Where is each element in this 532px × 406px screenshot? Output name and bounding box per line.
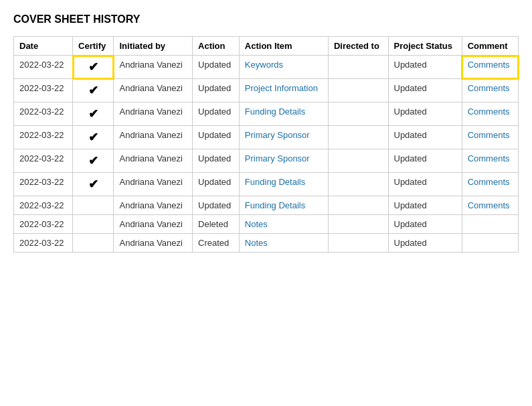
cell-directed-to [328,149,388,173]
cell-comment [462,234,518,253]
col-header-date: Date [14,37,73,56]
cell-project-status: Updated [388,149,462,173]
cell-action: Created [193,234,240,253]
cell-initiated-by: Andriana Vanezi [114,173,193,196]
cell-certify [73,196,114,215]
cell-date: 2022-03-22 [14,173,73,196]
cell-comment[interactable]: Comments [462,103,518,126]
cell-action: Updated [193,196,240,215]
cell-initiated-by: Andriana Vanezi [114,56,193,79]
cell-initiated-by: Andriana Vanezi [114,234,193,253]
checkmark-icon: ✔ [88,178,98,191]
action-item-link[interactable]: Funding Details [245,200,305,210]
table-header-row: Date Certify Initiated by Action Action … [14,37,519,56]
cell-certify [73,234,114,253]
cell-project-status: Updated [388,196,462,215]
checkmark-icon: ✔ [88,84,98,97]
cell-comment[interactable]: Comments [462,79,518,103]
cell-comment[interactable]: Comments [462,173,518,196]
action-item-link[interactable]: Primary Sponsor [245,130,310,140]
cell-directed-to [328,196,388,215]
cell-action-item[interactable]: Notes [239,234,328,253]
comment-link[interactable]: Comments [468,153,510,163]
cell-action: Updated [193,79,240,103]
cell-certify [73,215,114,234]
action-item-link[interactable]: Project Information [245,83,318,93]
cell-directed-to [328,234,388,253]
comment-link[interactable]: Comments [468,60,510,70]
table-row: 2022-03-22✔Andriana VaneziUpdatedFunding… [14,173,519,196]
table-row: 2022-03-22✔Andriana VaneziUpdatedFunding… [14,103,519,126]
cell-initiated-by: Andriana Vanezi [114,126,193,149]
cell-action-item[interactable]: Notes [239,215,328,234]
col-header-action: Action [193,37,240,56]
comment-link[interactable]: Comments [468,130,510,140]
cell-date: 2022-03-22 [14,103,73,126]
checkmark-icon: ✔ [88,154,98,167]
action-item-link[interactable]: Notes [245,219,268,229]
page-title: COVER SHEET HISTORY [13,13,519,25]
cell-comment[interactable]: Comments [462,56,518,79]
cell-action-item[interactable]: Project Information [239,79,328,103]
table-row: 2022-03-22✔Andriana VaneziUpdatedPrimary… [14,126,519,149]
cell-date: 2022-03-22 [14,149,73,173]
cell-comment[interactable]: Comments [462,126,518,149]
cell-action-item[interactable]: Primary Sponsor [239,126,328,149]
cell-project-status: Updated [388,234,462,253]
cell-certify: ✔ [73,149,114,173]
action-item-link[interactable]: Funding Details [245,107,305,117]
col-header-action-item: Action Item [239,37,328,56]
cell-initiated-by: Andriana Vanezi [114,196,193,215]
cell-directed-to [328,215,388,234]
cell-initiated-by: Andriana Vanezi [114,79,193,103]
cell-directed-to [328,173,388,196]
cell-certify: ✔ [73,126,114,149]
table-row: 2022-03-22Andriana VaneziDeletedNotesUpd… [14,215,519,234]
cell-date: 2022-03-22 [14,56,73,79]
cell-action-item[interactable]: Keywords [239,56,328,79]
cell-directed-to [328,79,388,103]
comment-link[interactable]: Comments [468,83,510,93]
checkmark-icon: ✔ [88,131,98,144]
checkmark-icon: ✔ [88,60,98,74]
cell-directed-to [328,103,388,126]
cell-comment[interactable]: Comments [462,149,518,173]
cell-action: Updated [193,103,240,126]
cell-initiated-by: Andriana Vanezi [114,149,193,173]
cell-date: 2022-03-22 [14,234,73,253]
cell-initiated-by: Andriana Vanezi [114,103,193,126]
cell-comment[interactable]: Comments [462,196,518,215]
table-row: 2022-03-22Andriana VaneziCreatedNotesUpd… [14,234,519,253]
action-item-link[interactable]: Keywords [245,60,283,70]
action-item-link[interactable]: Primary Sponsor [245,153,310,163]
cell-action: Updated [193,56,240,79]
col-header-comment: Comment [462,37,518,56]
cell-action: Updated [193,173,240,196]
comment-link[interactable]: Comments [468,200,510,210]
table-row: 2022-03-22✔Andriana VaneziUpdatedKeyword… [14,56,519,79]
cell-action: Updated [193,126,240,149]
cell-project-status: Updated [388,79,462,103]
col-header-certify: Certify [73,37,114,56]
cell-date: 2022-03-22 [14,126,73,149]
cell-directed-to [328,56,388,79]
comment-link[interactable]: Comments [468,177,510,187]
cell-action-item[interactable]: Funding Details [239,196,328,215]
cell-date: 2022-03-22 [14,79,73,103]
action-item-link[interactable]: Funding Details [245,177,305,187]
cell-action-item[interactable]: Primary Sponsor [239,149,328,173]
cell-project-status: Updated [388,103,462,126]
checkmark-icon: ✔ [88,107,98,121]
table-row: 2022-03-22✔Andriana VaneziUpdatedProject… [14,79,519,103]
cell-certify: ✔ [73,173,114,196]
col-header-initiated-by: Initiated by [114,37,193,56]
comment-link[interactable]: Comments [468,107,510,117]
col-header-project-status: Project Status [388,37,462,56]
cell-certify: ✔ [73,56,114,79]
cell-action: Deleted [193,215,240,234]
table-row: 2022-03-22Andriana VaneziUpdatedFunding … [14,196,519,215]
cell-action-item[interactable]: Funding Details [239,103,328,126]
action-item-link[interactable]: Notes [245,238,268,248]
cell-action-item[interactable]: Funding Details [239,173,328,196]
cell-date: 2022-03-22 [14,215,73,234]
